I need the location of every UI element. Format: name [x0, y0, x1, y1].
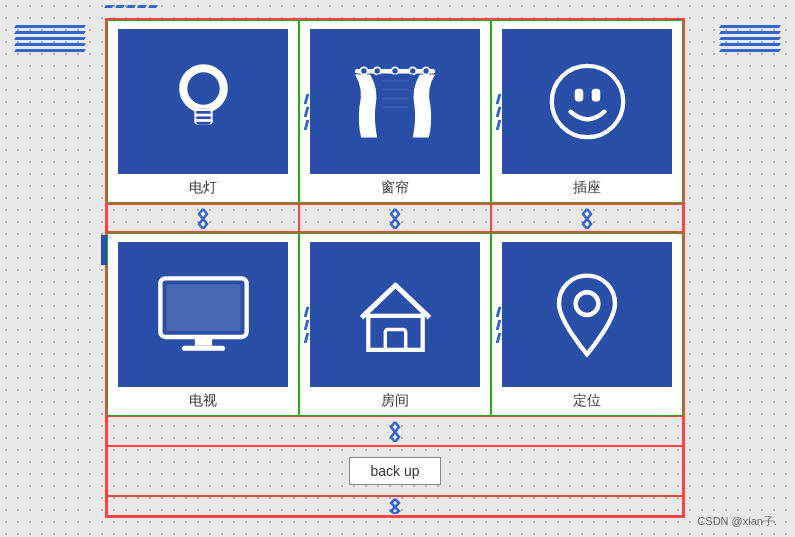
cell-deco-right-1 [305, 94, 308, 130]
svg-rect-28 [574, 89, 583, 102]
back-button[interactable]: back up [349, 457, 440, 485]
svg-rect-24 [382, 88, 409, 90]
row2-grid: 电视 房间 [107, 233, 683, 416]
svg-rect-29 [591, 89, 600, 102]
svg-point-4 [187, 72, 219, 104]
cell-deco-right-4 [305, 307, 308, 343]
room-icon-box [310, 242, 480, 387]
main-container: 电灯 [105, 18, 685, 518]
svg-rect-26 [382, 106, 409, 108]
location-icon-box [502, 242, 672, 387]
socket-label: 插座 [573, 174, 601, 202]
cell-location[interactable]: 定位 [491, 233, 683, 416]
svg-rect-23 [382, 79, 409, 81]
zigzag-final [388, 498, 402, 514]
cell-room[interactable]: 房间 [299, 233, 491, 416]
cell-curtain[interactable]: 窗帘 [299, 20, 491, 203]
tv-icon-box [118, 242, 288, 387]
cell-deco-right-5 [497, 307, 500, 343]
room-icon [353, 276, 438, 354]
divider-cell-3 [491, 204, 683, 232]
zigzag-bottom [388, 420, 402, 442]
zigzag-2 [388, 207, 402, 229]
tv-icon [156, 274, 251, 356]
divider-row2 [107, 416, 683, 446]
light-icon-box [118, 29, 288, 174]
svg-rect-10 [194, 119, 212, 122]
zigzag-3 [580, 207, 594, 229]
zigzag-1 [196, 207, 210, 229]
location-icon [552, 271, 622, 359]
divider-row1 [107, 203, 683, 233]
cell-socket[interactable]: 插座 [491, 20, 683, 203]
room-label: 房间 [381, 387, 409, 415]
socket-icon-box [502, 29, 672, 174]
light-icon [166, 57, 241, 147]
tv-label: 电视 [189, 387, 217, 415]
curtain-icon [350, 62, 440, 142]
svg-rect-8 [194, 108, 212, 111]
location-label: 定位 [573, 387, 601, 415]
svg-point-19 [410, 68, 415, 73]
svg-rect-25 [382, 97, 409, 99]
curtain-label: 窗帘 [381, 174, 409, 202]
cell-tv[interactable]: 电视 [107, 233, 299, 416]
svg-rect-35 [385, 329, 405, 349]
left-deco-top [15, 25, 85, 52]
light-label: 电灯 [189, 174, 217, 202]
top-deco [105, 5, 157, 8]
svg-point-21 [423, 68, 428, 73]
divider-cell-2 [299, 204, 491, 232]
svg-rect-33 [181, 345, 224, 350]
divider-cell-1 [107, 204, 299, 232]
svg-point-13 [361, 68, 366, 73]
right-deco-top [720, 25, 780, 52]
back-row: back up [107, 446, 683, 496]
svg-rect-22 [377, 74, 413, 137]
cell-light[interactable]: 电灯 [107, 20, 299, 203]
svg-rect-32 [194, 337, 211, 346]
svg-rect-31 [166, 284, 240, 331]
svg-rect-9 [194, 113, 212, 116]
socket-icon [545, 59, 630, 144]
watermark: CSDN @xian子. [697, 514, 777, 529]
curtain-icon-box [310, 29, 480, 174]
svg-rect-34 [368, 315, 422, 349]
cell-deco-right-2 [497, 94, 500, 130]
svg-point-17 [392, 68, 397, 73]
svg-point-15 [375, 68, 380, 73]
svg-point-27 [551, 66, 622, 137]
svg-point-36 [576, 292, 599, 315]
bottom-deco-row [107, 496, 683, 516]
row1-grid: 电灯 [107, 20, 683, 203]
